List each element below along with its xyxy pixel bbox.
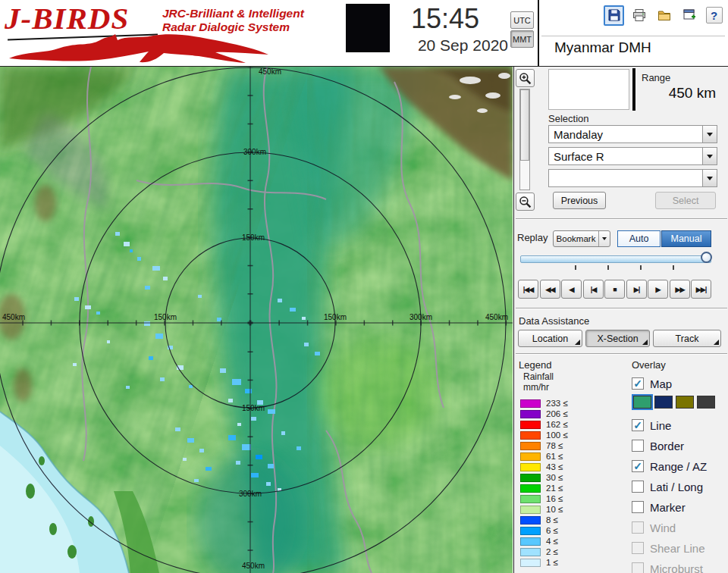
ring-label: 450km bbox=[259, 67, 281, 76]
fast-rewind-button[interactable]: ◀◀ bbox=[540, 280, 560, 299]
ring-label: 150km bbox=[242, 404, 265, 412]
map-style-swatch-dark[interactable] bbox=[697, 396, 715, 409]
legend-color-swatch bbox=[520, 442, 541, 450]
legend-value: 233 ≤ bbox=[546, 399, 568, 408]
manual-button[interactable]: Manual bbox=[661, 230, 711, 247]
legend-value: 21 ≤ bbox=[546, 484, 563, 493]
legend-item: 61 ≤ bbox=[520, 452, 563, 461]
xsection-button[interactable]: X-Section bbox=[585, 330, 650, 347]
map-style-swatch-olive[interactable] bbox=[676, 396, 694, 409]
overlay-item-lati-long[interactable]: Lati / Long bbox=[632, 480, 703, 493]
legend-title: Rainfall bbox=[523, 371, 554, 382]
site-dropdown[interactable]: Mandalay bbox=[548, 125, 717, 143]
overlay-item-wind: Wind bbox=[632, 521, 676, 534]
overlay-item-map[interactable]: Map bbox=[632, 377, 672, 390]
logo-subtitle-1: JRC-Brilliant & Intelligent bbox=[162, 7, 304, 20]
ring-label: 450km bbox=[2, 313, 25, 321]
radar-map-area[interactable]: 450km 300km 150km 150km 300km 450km 450k… bbox=[0, 67, 513, 573]
stop-button[interactable]: ■ bbox=[604, 280, 625, 299]
checkbox[interactable] bbox=[632, 377, 644, 390]
legend-color-swatch bbox=[520, 399, 541, 408]
first-frame-button[interactable]: |◀◀ bbox=[518, 280, 538, 299]
magnifier-minus-icon bbox=[519, 196, 532, 208]
ring-label: 150km bbox=[242, 233, 265, 242]
overlay-item-line[interactable]: Line bbox=[632, 418, 671, 432]
play-reverse-button[interactable]: ◀ bbox=[561, 280, 582, 299]
checkbox[interactable] bbox=[632, 419, 644, 431]
radar-map[interactable]: 450km 300km 150km 150km 300km 450km 450k… bbox=[0, 67, 513, 573]
checkbox bbox=[632, 542, 644, 554]
range-label: Range bbox=[642, 72, 670, 83]
legend-unit: mm/hr bbox=[523, 382, 549, 393]
legend-value: 78 ≤ bbox=[546, 441, 563, 450]
map-style-row bbox=[633, 396, 715, 409]
legend-item: 10 ≤ bbox=[520, 505, 563, 514]
range-display-box bbox=[548, 69, 629, 110]
utc-button[interactable]: UTC bbox=[510, 11, 534, 29]
ring-label: 150km bbox=[324, 313, 347, 321]
dropdown-arrow-button[interactable] bbox=[702, 170, 717, 186]
new-window-button[interactable] bbox=[679, 5, 699, 26]
last-frame-button[interactable]: ▶▶| bbox=[691, 280, 711, 299]
header-divider bbox=[538, 0, 539, 66]
dropdown-arrow-button[interactable] bbox=[702, 126, 717, 142]
checkbox[interactable] bbox=[632, 481, 644, 493]
fast-forward-button[interactable]: ▶▶ bbox=[670, 280, 690, 299]
auto-button[interactable]: Auto bbox=[617, 230, 661, 247]
legend-value: 61 ≤ bbox=[546, 452, 563, 461]
step-back-button[interactable]: |◀ bbox=[583, 280, 604, 299]
checkbox[interactable] bbox=[632, 460, 644, 472]
checkbox bbox=[632, 521, 644, 534]
printer-icon bbox=[632, 8, 647, 23]
legend-color-swatch bbox=[520, 421, 541, 429]
select-button[interactable]: Select bbox=[655, 192, 716, 209]
help-button[interactable]: ? bbox=[704, 5, 724, 26]
folder-icon bbox=[657, 8, 672, 23]
legend-color-swatch bbox=[520, 527, 541, 535]
track-button[interactable]: Track bbox=[653, 330, 721, 347]
overlay-item-range-az[interactable]: Range / AZ bbox=[632, 459, 707, 473]
zoom-in-button[interactable] bbox=[516, 69, 535, 87]
zoom-out-button[interactable] bbox=[516, 193, 535, 211]
legend-item: 162 ≤ bbox=[520, 420, 568, 429]
legend-item: 30 ≤ bbox=[520, 473, 563, 482]
legend-value: 206 ≤ bbox=[546, 409, 568, 418]
overlay-item-marker[interactable]: Marker bbox=[632, 500, 686, 514]
map-style-swatch-terrain[interactable] bbox=[633, 396, 651, 409]
replay-slider-handle[interactable] bbox=[701, 252, 712, 263]
option-dropdown[interactable] bbox=[548, 169, 717, 187]
zoom-slider-track[interactable] bbox=[519, 89, 530, 190]
separator bbox=[516, 218, 727, 220]
previous-button[interactable]: Previous bbox=[553, 192, 606, 209]
toolbar: ? bbox=[544, 4, 724, 27]
open-folder-button[interactable] bbox=[654, 5, 674, 26]
replay-slider-track[interactable] bbox=[520, 255, 711, 263]
legend-value: 100 ≤ bbox=[546, 431, 568, 440]
slider-tick bbox=[575, 265, 576, 270]
slider-tick bbox=[673, 265, 674, 270]
dropdown-arrow-button[interactable] bbox=[702, 148, 717, 164]
legend-item: 233 ≤ bbox=[520, 399, 568, 408]
checkbox[interactable] bbox=[632, 501, 644, 513]
ring-label: 300km bbox=[239, 490, 262, 498]
slider-tick bbox=[640, 265, 642, 270]
legend-color-swatch bbox=[520, 548, 541, 556]
legend-item: 78 ≤ bbox=[520, 441, 563, 450]
save-button[interactable] bbox=[604, 5, 624, 26]
step-forward-button[interactable]: ▶| bbox=[626, 280, 647, 299]
zoom-slider-thumb[interactable] bbox=[520, 89, 529, 161]
bookmark-dropdown-arrow[interactable] bbox=[598, 231, 610, 246]
bookmark-button[interactable]: Bookmark bbox=[553, 230, 610, 247]
replay-label: Replay bbox=[517, 232, 548, 243]
legend-value: 4 ≤ bbox=[546, 537, 558, 546]
play-button[interactable]: ▶ bbox=[648, 280, 668, 299]
map-style-swatch-navy[interactable] bbox=[654, 396, 673, 409]
overlay-item-border[interactable]: Border bbox=[632, 439, 684, 452]
product-dropdown[interactable]: Surface R bbox=[548, 147, 717, 165]
ring-label: 300km bbox=[410, 313, 432, 321]
control-panel: Range 450 km Selection Mandalay Surface … bbox=[513, 67, 728, 573]
checkbox[interactable] bbox=[632, 440, 644, 452]
print-button[interactable] bbox=[629, 5, 649, 26]
mmt-button[interactable]: MMT bbox=[510, 30, 534, 48]
location-button[interactable]: Location bbox=[518, 330, 582, 347]
